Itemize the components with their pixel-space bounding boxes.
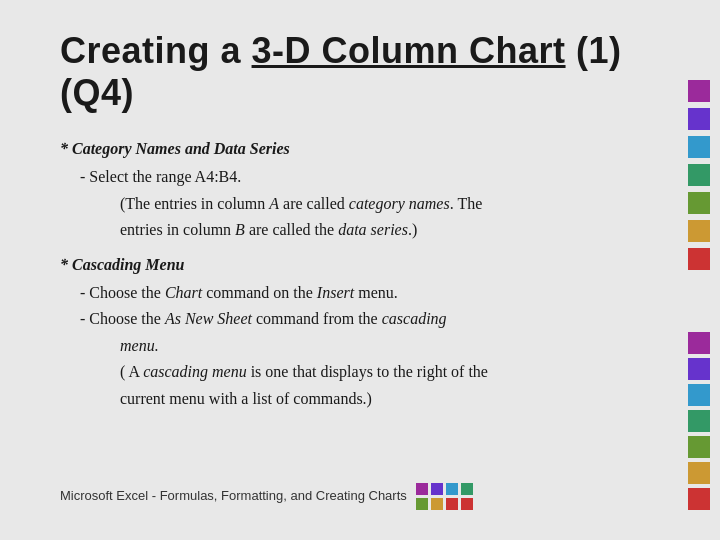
sq-b6: [688, 462, 710, 484]
bullet2-sub3: ( A cascading menu is one that displays …: [120, 359, 680, 412]
sq-b5: [688, 436, 710, 458]
b2s2-e: menu.: [120, 337, 159, 354]
fsq-3: [446, 483, 458, 495]
b2s1-a: - Choose the: [80, 284, 165, 301]
slide-title: Creating a 3-D Column Chart (1) (Q4): [60, 30, 680, 114]
fsq-6: [431, 498, 443, 510]
b1s2-a: (The entries in column: [120, 195, 269, 212]
sq-r6: [688, 220, 710, 242]
b1s2-d: category names: [349, 195, 450, 212]
footer: Microsoft Excel - Formulas, Formatting, …: [60, 477, 680, 510]
b2s1-e: menu.: [354, 284, 398, 301]
sq-b3: [688, 384, 710, 406]
sq-r7: [688, 248, 710, 270]
slide: Creating a 3-D Column Chart (1) (Q4) * C…: [0, 0, 720, 540]
footer-text: Microsoft Excel - Formulas, Formatting, …: [60, 488, 407, 503]
bullet1-sub1: - Select the range A4:B4.: [80, 164, 680, 190]
title-prefix: Creating a: [60, 30, 252, 71]
bullet1-heading: * Category Names and Data Series: [60, 136, 680, 162]
sq-b2: [688, 358, 710, 380]
b2s3-c: is one that displays to the right of the: [247, 363, 488, 380]
sq-r1: [688, 80, 710, 102]
b1s2-f: entries in column: [120, 221, 235, 238]
b2s2-a: - Choose the: [80, 310, 165, 327]
b1s2-c: are called: [279, 195, 349, 212]
bullet2-sub2: - Choose the As New Sheet command from t…: [80, 306, 680, 332]
fsq-7: [446, 498, 458, 510]
fsq-8: [461, 498, 473, 510]
b1s2-i: data series: [338, 221, 408, 238]
sq-b4: [688, 410, 710, 432]
decorative-squares-right: [688, 80, 710, 270]
b1s2-h: are called the: [245, 221, 338, 238]
b2s3-a: ( A: [120, 363, 143, 380]
sq-r4: [688, 164, 710, 186]
b1s2-b: A: [269, 195, 279, 212]
b1s2-j: .): [408, 221, 417, 238]
bullet2-sub2-cont: menu.: [120, 333, 680, 359]
footer-squares: [416, 483, 473, 510]
b2s3-b: cascading menu: [143, 363, 247, 380]
title-underlined: 3-D Column Chart: [252, 30, 566, 71]
b2s2-c: command from the: [252, 310, 382, 327]
b2s1-b: Chart: [165, 284, 202, 301]
footer-squares-row2: [416, 498, 473, 510]
b2s1-c: command on the: [202, 284, 317, 301]
fsq-4: [461, 483, 473, 495]
sq-r3: [688, 136, 710, 158]
b1s2-e: . The: [450, 195, 483, 212]
sq-b7: [688, 488, 710, 510]
b1s2-g: B: [235, 221, 245, 238]
b2s3-d: current menu with a list of commands.): [120, 390, 372, 407]
slide-content: * Category Names and Data Series - Selec…: [60, 136, 680, 467]
footer-squares-row1: [416, 483, 473, 495]
b2s1-d: Insert: [317, 284, 354, 301]
bullet2-heading: * Cascading Menu: [60, 252, 680, 278]
fsq-2: [431, 483, 443, 495]
fsq-5: [416, 498, 428, 510]
sq-r5: [688, 192, 710, 214]
sq-r2: [688, 108, 710, 130]
bullet2-sub1: - Choose the Chart command on the Insert…: [80, 280, 680, 306]
b2s2-b: As New Sheet: [165, 310, 252, 327]
fsq-1: [416, 483, 428, 495]
sq-b1: [688, 332, 710, 354]
bullet1-sub2: (The entries in column A are called cate…: [120, 191, 680, 244]
decorative-squares-bottom: [688, 332, 710, 510]
b2s2-d: cascading: [382, 310, 447, 327]
